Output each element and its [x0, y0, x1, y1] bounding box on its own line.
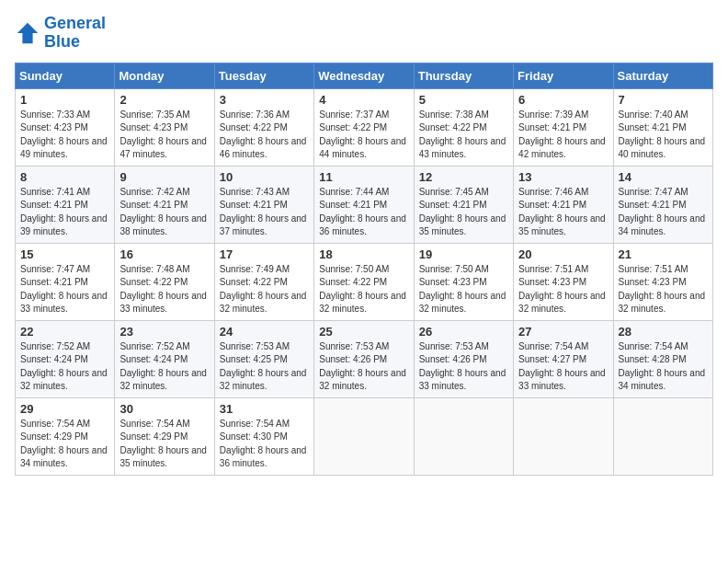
day-info: Sunrise: 7:53 AMSunset: 4:25 PMDaylight:…: [220, 340, 309, 394]
calendar-cell: 3Sunrise: 7:36 AMSunset: 4:22 PMDaylight…: [214, 88, 313, 166]
day-info: Sunrise: 7:35 AMSunset: 4:23 PMDaylight:…: [119, 109, 209, 162]
calendar-cell: 23Sunrise: 7:52 AMSunset: 4:24 PMDayligh…: [115, 320, 214, 397]
calendar-cell: 27Sunrise: 7:54 AMSunset: 4:27 PMDayligh…: [514, 320, 613, 397]
day-info: Sunrise: 7:51 AMSunset: 4:23 PMDaylight:…: [518, 263, 608, 316]
day-info: Sunrise: 7:53 AMSunset: 4:26 PMDaylight:…: [419, 340, 508, 394]
calendar-cell: 20Sunrise: 7:51 AMSunset: 4:23 PMDayligh…: [514, 243, 613, 320]
calendar-cell: 30Sunrise: 7:54 AMSunset: 4:29 PMDayligh…: [115, 397, 214, 475]
day-info: Sunrise: 7:52 AMSunset: 4:24 PMDaylight:…: [119, 340, 209, 394]
calendar-cell: [414, 397, 513, 475]
weekday-header-thursday: Thursday: [414, 63, 513, 88]
calendar-cell: 8Sunrise: 7:41 AMSunset: 4:21 PMDaylight…: [16, 166, 115, 243]
day-info: Sunrise: 7:38 AMSunset: 4:22 PMDaylight:…: [419, 109, 508, 162]
day-number: 22: [20, 325, 109, 339]
calendar-week-row: 1Sunrise: 7:33 AMSunset: 4:23 PMDaylight…: [16, 88, 713, 166]
logo-icon: [15, 20, 40, 46]
svg-marker-0: [17, 23, 38, 43]
day-number: 14: [619, 170, 708, 184]
calendar-cell: 6Sunrise: 7:39 AMSunset: 4:21 PMDaylight…: [514, 88, 613, 166]
calendar-cell: 5Sunrise: 7:38 AMSunset: 4:22 PMDaylight…: [414, 88, 513, 166]
calendar-week-row: 22Sunrise: 7:52 AMSunset: 4:24 PMDayligh…: [16, 320, 713, 397]
weekday-header-friday: Friday: [514, 63, 613, 88]
day-number: 27: [518, 325, 608, 339]
day-number: 12: [419, 170, 508, 184]
calendar-week-row: 15Sunrise: 7:47 AMSunset: 4:21 PMDayligh…: [16, 243, 713, 320]
day-number: 9: [119, 170, 209, 184]
day-number: 16: [119, 247, 209, 261]
day-info: Sunrise: 7:46 AMSunset: 4:21 PMDaylight:…: [518, 186, 608, 239]
calendar-cell: 19Sunrise: 7:50 AMSunset: 4:23 PMDayligh…: [414, 243, 513, 320]
day-number: 13: [518, 170, 608, 184]
day-number: 23: [119, 325, 209, 339]
day-info: Sunrise: 7:36 AMSunset: 4:22 PMDaylight:…: [220, 109, 309, 162]
calendar-week-row: 29Sunrise: 7:54 AMSunset: 4:29 PMDayligh…: [16, 397, 713, 475]
calendar-cell: 10Sunrise: 7:43 AMSunset: 4:21 PMDayligh…: [214, 166, 313, 243]
calendar-cell: 14Sunrise: 7:47 AMSunset: 4:21 PMDayligh…: [613, 166, 712, 243]
day-number: 30: [119, 402, 209, 416]
day-number: 11: [319, 170, 408, 184]
calendar-cell: 11Sunrise: 7:44 AMSunset: 4:21 PMDayligh…: [314, 166, 414, 243]
calendar-cell: 12Sunrise: 7:45 AMSunset: 4:21 PMDayligh…: [414, 166, 513, 243]
weekday-header-wednesday: Wednesday: [314, 63, 414, 88]
day-info: Sunrise: 7:44 AMSunset: 4:21 PMDaylight:…: [319, 186, 408, 239]
day-number: 17: [220, 247, 309, 261]
calendar-cell: 17Sunrise: 7:49 AMSunset: 4:22 PMDayligh…: [214, 243, 313, 320]
calendar-cell: 4Sunrise: 7:37 AMSunset: 4:22 PMDaylight…: [314, 88, 414, 166]
calendar-cell: 16Sunrise: 7:48 AMSunset: 4:22 PMDayligh…: [115, 243, 214, 320]
day-info: Sunrise: 7:50 AMSunset: 4:23 PMDaylight:…: [419, 263, 508, 316]
logo: General Blue: [15, 15, 106, 52]
day-info: Sunrise: 7:48 AMSunset: 4:22 PMDaylight:…: [119, 263, 209, 316]
weekday-header-row: SundayMondayTuesdayWednesdayThursdayFrid…: [16, 63, 713, 88]
day-info: Sunrise: 7:42 AMSunset: 4:21 PMDaylight:…: [119, 186, 209, 239]
day-info: Sunrise: 7:39 AMSunset: 4:21 PMDaylight:…: [518, 109, 608, 162]
day-info: Sunrise: 7:40 AMSunset: 4:21 PMDaylight:…: [619, 109, 708, 162]
day-number: 3: [220, 93, 309, 107]
day-info: Sunrise: 7:41 AMSunset: 4:21 PMDaylight:…: [20, 186, 109, 239]
calendar-cell: 31Sunrise: 7:54 AMSunset: 4:30 PMDayligh…: [214, 397, 313, 475]
calendar-cell: [613, 397, 712, 475]
day-number: 26: [419, 325, 508, 339]
day-info: Sunrise: 7:45 AMSunset: 4:21 PMDaylight:…: [419, 186, 508, 239]
day-number: 6: [518, 93, 608, 107]
day-number: 10: [220, 170, 309, 184]
day-info: Sunrise: 7:54 AMSunset: 4:29 PMDaylight:…: [20, 418, 109, 471]
calendar-cell: 18Sunrise: 7:50 AMSunset: 4:22 PMDayligh…: [314, 243, 414, 320]
day-number: 20: [518, 247, 608, 261]
day-number: 25: [319, 325, 408, 339]
page-header: General Blue: [15, 15, 713, 52]
day-number: 24: [220, 325, 309, 339]
day-info: Sunrise: 7:51 AMSunset: 4:23 PMDaylight:…: [619, 263, 708, 316]
calendar-cell: 7Sunrise: 7:40 AMSunset: 4:21 PMDaylight…: [613, 88, 712, 166]
weekday-header-monday: Monday: [115, 63, 214, 88]
day-info: Sunrise: 7:54 AMSunset: 4:29 PMDaylight:…: [119, 418, 209, 471]
day-number: 18: [319, 247, 408, 261]
day-number: 4: [319, 93, 408, 107]
calendar-cell: [314, 397, 414, 475]
day-info: Sunrise: 7:54 AMSunset: 4:30 PMDaylight:…: [220, 418, 309, 471]
day-info: Sunrise: 7:53 AMSunset: 4:26 PMDaylight:…: [319, 340, 408, 394]
calendar-cell: 2Sunrise: 7:35 AMSunset: 4:23 PMDaylight…: [115, 88, 214, 166]
day-number: 15: [20, 247, 109, 261]
day-number: 31: [220, 402, 309, 416]
weekday-header-sunday: Sunday: [16, 63, 115, 88]
calendar-cell: 1Sunrise: 7:33 AMSunset: 4:23 PMDaylight…: [16, 88, 115, 166]
calendar-cell: 28Sunrise: 7:54 AMSunset: 4:28 PMDayligh…: [613, 320, 712, 397]
day-info: Sunrise: 7:50 AMSunset: 4:22 PMDaylight:…: [319, 263, 408, 316]
calendar-week-row: 8Sunrise: 7:41 AMSunset: 4:21 PMDaylight…: [16, 166, 713, 243]
calendar-cell: 22Sunrise: 7:52 AMSunset: 4:24 PMDayligh…: [16, 320, 115, 397]
day-info: Sunrise: 7:47 AMSunset: 4:21 PMDaylight:…: [619, 186, 708, 239]
weekday-header-saturday: Saturday: [613, 63, 712, 88]
weekday-header-tuesday: Tuesday: [214, 63, 313, 88]
day-info: Sunrise: 7:47 AMSunset: 4:21 PMDaylight:…: [20, 263, 109, 316]
day-info: Sunrise: 7:37 AMSunset: 4:22 PMDaylight:…: [319, 109, 408, 162]
calendar-cell: 25Sunrise: 7:53 AMSunset: 4:26 PMDayligh…: [314, 320, 414, 397]
logo-text: General Blue: [44, 15, 106, 52]
calendar-table: SundayMondayTuesdayWednesdayThursdayFrid…: [15, 63, 713, 476]
calendar-cell: 26Sunrise: 7:53 AMSunset: 4:26 PMDayligh…: [414, 320, 513, 397]
day-number: 8: [20, 170, 109, 184]
day-info: Sunrise: 7:43 AMSunset: 4:21 PMDaylight:…: [220, 186, 309, 239]
calendar-cell: 29Sunrise: 7:54 AMSunset: 4:29 PMDayligh…: [16, 397, 115, 475]
calendar-cell: 15Sunrise: 7:47 AMSunset: 4:21 PMDayligh…: [16, 243, 115, 320]
day-number: 2: [119, 93, 209, 107]
day-number: 7: [619, 93, 708, 107]
